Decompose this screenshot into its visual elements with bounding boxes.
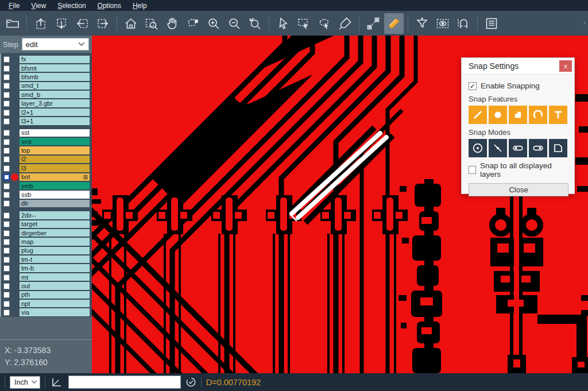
layer-name[interactable]: fx <box>20 56 90 64</box>
step-select[interactable]: edit <box>22 38 89 51</box>
snap-center-icon[interactable] <box>469 139 487 157</box>
layer-name[interactable]: 2dir-- <box>20 211 90 219</box>
layer-row-l3[interactable]: l3 <box>1 164 92 173</box>
layer-visibility-checkbox[interactable] <box>3 92 10 98</box>
layer-name[interactable]: sst <box>20 129 90 137</box>
layer-visibility-checkbox[interactable] <box>3 65 10 72</box>
home-icon[interactable] <box>121 13 141 34</box>
layer-visibility-checkbox[interactable] <box>3 100 10 107</box>
snap-pad-round-icon[interactable] <box>489 106 507 124</box>
layer-row-map[interactable]: map <box>1 238 92 246</box>
layer-visibility-checkbox[interactable] <box>3 148 10 154</box>
layer-name[interactable]: npt <box>20 300 90 308</box>
toolbar-overflow-chevron[interactable]: › <box>583 19 586 26</box>
layer-row-out[interactable]: out <box>1 282 92 291</box>
menu-file[interactable]: File <box>3 1 25 10</box>
pan-icon[interactable] <box>163 13 182 34</box>
zoom-window-icon[interactable] <box>142 13 161 34</box>
layers-panel-icon[interactable] <box>482 13 501 34</box>
enable-snapping-checkbox[interactable]: ✓ <box>469 82 477 90</box>
layer-visibility-checkbox[interactable] <box>3 292 10 298</box>
command-input[interactable] <box>68 375 181 389</box>
layer-name[interactable]: dirgerber <box>20 229 90 237</box>
layer-visibility-checkbox[interactable] <box>3 165 10 172</box>
unit-select[interactable]: Inch <box>10 376 40 389</box>
filter-icon[interactable] <box>412 13 432 34</box>
layer-row-fx[interactable]: fx <box>1 55 92 64</box>
move-right-icon[interactable] <box>93 13 113 34</box>
zoom-out-icon[interactable] <box>225 13 244 34</box>
open-icon[interactable] <box>3 13 22 34</box>
layer-name[interactable]: layer_3.gbr <box>20 99 90 107</box>
layer-name[interactable]: plug <box>20 247 90 255</box>
layer-row-dir[interactable]: dir <box>1 199 92 208</box>
select-rect-icon[interactable] <box>294 13 314 34</box>
layer-visibility-checkbox[interactable] <box>3 239 10 245</box>
layer-row-tm-t[interactable]: tm-t <box>1 255 92 264</box>
layer-row-smd_t[interactable]: smd_t <box>1 82 92 90</box>
layer-row-plug[interactable]: plug <box>1 246 92 255</box>
layer-name[interactable]: l2 <box>20 156 90 164</box>
layer-visibility-checkbox[interactable] <box>3 192 10 198</box>
snap-pad-corner-icon[interactable] <box>509 106 527 124</box>
layer-name[interactable]: smt <box>20 138 90 146</box>
select-lasso-icon[interactable] <box>315 13 334 34</box>
layer-visibility-checkbox[interactable] <box>3 301 10 307</box>
layer-visibility-checkbox[interactable] <box>3 274 10 281</box>
layer-visibility-checkbox[interactable] <box>3 212 10 219</box>
layer-row-l2[interactable]: l2 <box>1 155 92 164</box>
layer-row-2dir--[interactable]: 2dir-- <box>1 211 92 220</box>
layer-row-mt[interactable]: mt <box>1 273 92 281</box>
layer-visibility-checkbox[interactable] <box>3 230 10 237</box>
layer-row-l2+1[interactable]: l2+1 <box>1 108 92 117</box>
layer-visibility-checkbox[interactable] <box>3 118 10 125</box>
layer-row-target[interactable]: target <box>1 220 92 229</box>
layer-name[interactable]: tm-b <box>20 264 90 272</box>
layer-name[interactable]: bfsmt <box>20 64 90 72</box>
layer-visibility-checkbox[interactable] <box>3 156 10 162</box>
select-icon[interactable] <box>273 13 293 34</box>
layer-row-bot[interactable]: bot⊞ <box>1 173 92 181</box>
snap-line-icon[interactable] <box>469 106 487 124</box>
layer-row-npt[interactable]: npt <box>1 300 92 308</box>
layer-name[interactable]: l3+1 <box>20 117 90 125</box>
menu-help[interactable]: Help <box>127 1 152 10</box>
layer-name[interactable]: l2+1 <box>20 109 90 117</box>
layer-row-smb[interactable]: smb <box>1 181 92 190</box>
layer-name[interactable]: out <box>20 282 90 290</box>
measure-icon[interactable] <box>363 13 383 34</box>
move-up-icon[interactable] <box>31 13 51 34</box>
layer-visibility-checkbox[interactable] <box>3 221 10 227</box>
layer-visibility-checkbox[interactable] <box>3 283 10 289</box>
layer-name[interactable]: pth <box>20 291 90 299</box>
layer-name[interactable]: smd_b <box>20 91 90 99</box>
layer-name[interactable]: tm-t <box>20 255 90 264</box>
layer-visibility-checkbox[interactable] <box>3 139 10 145</box>
layer-visibility-checkbox[interactable] <box>3 200 10 207</box>
layer-visibility-checkbox[interactable] <box>3 257 10 263</box>
layer-visibility-checkbox[interactable] <box>3 83 10 89</box>
snap-slot-right-icon[interactable] <box>529 139 547 157</box>
close-button[interactable]: Close <box>469 183 568 196</box>
layer-row-tm-b[interactable]: tm-b <box>1 264 92 273</box>
layer-name[interactable]: via <box>20 308 90 316</box>
layer-visibility-checkbox[interactable] <box>3 183 10 189</box>
ruler-icon[interactable] <box>384 13 404 34</box>
layer-row-bfsmt[interactable]: bfsmt <box>1 64 92 72</box>
dialog-close-icon[interactable]: x <box>559 60 572 72</box>
paint-select-icon[interactable] <box>335 13 355 34</box>
layer-name[interactable]: smd_t <box>20 82 90 90</box>
menu-options[interactable]: Options <box>92 1 126 10</box>
layer-visibility-checkbox[interactable] <box>3 174 10 180</box>
layer-visibility-checkbox[interactable] <box>3 56 10 63</box>
layer-visibility-checkbox[interactable] <box>3 247 10 254</box>
layer-name[interactable]: smb <box>20 182 90 190</box>
layer-row-l3+1[interactable]: l3+1 <box>1 117 92 126</box>
move-down-icon[interactable] <box>52 13 71 34</box>
layer-visibility-checkbox[interactable] <box>3 265 10 272</box>
layer-row-via[interactable]: via <box>1 308 92 317</box>
layer-name[interactable]: ssb <box>20 191 90 199</box>
layer-name[interactable]: top <box>20 146 90 154</box>
layer-name[interactable]: l3 <box>20 164 90 172</box>
zoom-previous-icon[interactable] <box>245 13 265 34</box>
